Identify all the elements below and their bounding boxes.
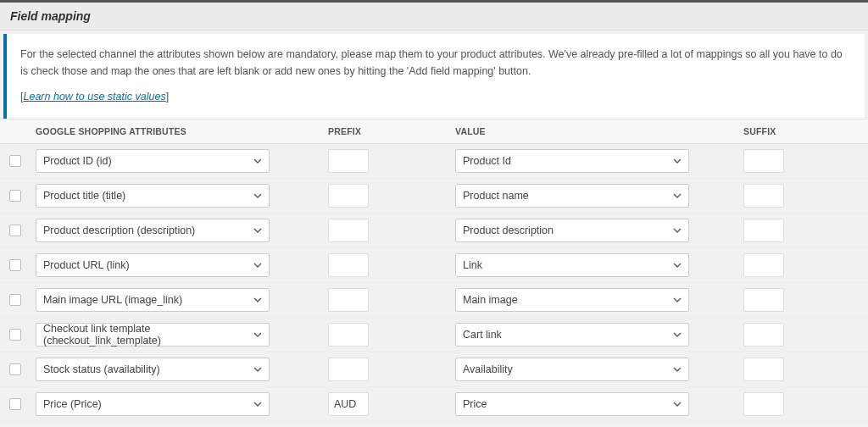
value-select-label: Product name (463, 190, 529, 202)
attribute-select-label: Price (Price) (43, 398, 102, 410)
info-text: For the selected channel the attributes … (20, 46, 851, 80)
row-checkbox[interactable] (9, 363, 21, 375)
chevron-down-icon (673, 330, 682, 339)
attribute-select[interactable]: Price (Price) (36, 392, 270, 416)
value-select-label: Price (463, 398, 487, 410)
header-suffix: SUFFIX (738, 119, 868, 143)
header-checkbox-cell (0, 125, 31, 138)
chevron-down-icon (253, 157, 262, 165)
table-row: Product title (title) Product name (0, 179, 868, 214)
info-link-wrap: [Learn how to use static values] (20, 88, 851, 105)
prefix-input[interactable] (328, 288, 369, 312)
table-row: Product description (description) Produc… (0, 214, 868, 248)
row-checkbox[interactable] (9, 329, 21, 341)
row-checkbox[interactable] (9, 294, 21, 306)
table-row: Price (Price) Price (0, 387, 868, 422)
prefix-input[interactable] (328, 253, 369, 277)
chevron-down-icon (253, 191, 262, 200)
suffix-input[interactable] (743, 392, 784, 416)
chevron-down-icon (253, 226, 262, 235)
chevron-down-icon (673, 365, 682, 374)
table-row: Product URL (link) Link (0, 248, 868, 283)
chevron-down-icon (253, 400, 262, 408)
attribute-select-label: Stock status (availability) (43, 363, 160, 375)
row-checkbox[interactable] (9, 259, 21, 271)
attribute-select[interactable]: Product title (title) (36, 184, 270, 208)
table-row: Checkout link template (checkout_link_te… (0, 318, 868, 352)
prefix-input[interactable] (328, 219, 369, 242)
table-row: Main image URL (image_link) Main image (0, 283, 868, 318)
value-select-label: Product Id (463, 155, 511, 167)
chevron-down-icon (673, 226, 682, 235)
attribute-select[interactable]: Checkout link template (checkout_link_te… (36, 323, 270, 347)
attribute-select[interactable]: Main image URL (image_link) (36, 288, 270, 312)
suffix-input[interactable] (743, 184, 784, 208)
attribute-select-label: Product description (description) (43, 225, 195, 236)
chevron-down-icon (673, 296, 682, 304)
header-attributes: GOOGLE SHOPPING ATTRIBUTES (31, 119, 323, 143)
attribute-select-label: Product title (title) (43, 190, 125, 202)
learn-static-values-link[interactable]: Learn how to use static values (23, 91, 165, 103)
suffix-input[interactable] (743, 288, 784, 312)
value-select-label: Product description (463, 225, 554, 236)
value-select[interactable]: Product name (455, 184, 689, 208)
section-title: Field mapping (10, 9, 858, 23)
suffix-input[interactable] (743, 149, 784, 173)
prefix-input[interactable] (328, 184, 369, 208)
suffix-input[interactable] (743, 253, 784, 277)
table-row: Product ID (id) Product Id (0, 144, 868, 179)
value-select[interactable]: Cart link (455, 323, 689, 347)
prefix-input[interactable] (328, 323, 369, 347)
chevron-down-icon (253, 365, 262, 374)
value-select[interactable]: Product Id (455, 149, 689, 173)
table-row: Google product category (google_product_… (0, 422, 868, 427)
row-checkbox[interactable] (9, 225, 21, 236)
chevron-down-icon (673, 400, 682, 408)
value-select-label: Availability (463, 363, 513, 375)
value-select-label: Link (463, 259, 482, 271)
value-select-label: Main image (463, 294, 518, 306)
prefix-input[interactable] (328, 358, 369, 381)
suffix-input[interactable] (743, 323, 784, 347)
value-select[interactable]: Availability (455, 358, 689, 381)
value-select[interactable]: Product description (455, 219, 689, 242)
chevron-down-icon (673, 261, 682, 269)
chevron-down-icon (253, 330, 262, 339)
grid-header-row: GOOGLE SHOPPING ATTRIBUTES PREFIX VALUE … (0, 119, 868, 144)
chevron-down-icon (673, 191, 682, 200)
header-prefix: PREFIX (323, 119, 450, 143)
chevron-down-icon (253, 296, 262, 304)
prefix-input[interactable] (328, 149, 369, 173)
prefix-input[interactable] (328, 392, 369, 416)
section-header: Field mapping (0, 3, 868, 30)
attribute-select[interactable]: Product ID (id) (36, 149, 270, 173)
value-select[interactable]: Main image (455, 288, 689, 312)
attribute-select[interactable]: Stock status (availability) (36, 358, 270, 381)
row-checkbox[interactable] (9, 190, 21, 202)
attribute-select-label: Main image URL (image_link) (43, 294, 182, 306)
attribute-select[interactable]: Product URL (link) (36, 253, 270, 277)
chevron-down-icon (253, 261, 262, 269)
value-select[interactable]: Price (455, 392, 689, 416)
field-mapping-grid: GOOGLE SHOPPING ATTRIBUTES PREFIX VALUE … (0, 119, 868, 427)
value-select[interactable]: Link (455, 253, 689, 277)
suffix-input[interactable] (743, 219, 784, 242)
value-select-label: Cart link (463, 329, 502, 341)
row-checkbox[interactable] (9, 398, 21, 410)
table-row: Stock status (availability) Availability (0, 352, 868, 387)
header-value: VALUE (450, 119, 738, 143)
info-box: For the selected channel the attributes … (3, 34, 865, 119)
chevron-down-icon (673, 157, 682, 165)
attribute-select-label: Product URL (link) (43, 259, 130, 271)
attribute-select-label: Checkout link template (checkout_link_te… (43, 323, 247, 347)
attribute-select[interactable]: Product description (description) (36, 219, 270, 242)
suffix-input[interactable] (743, 358, 784, 381)
row-checkbox[interactable] (9, 155, 21, 167)
attribute-select-label: Product ID (id) (43, 155, 112, 167)
